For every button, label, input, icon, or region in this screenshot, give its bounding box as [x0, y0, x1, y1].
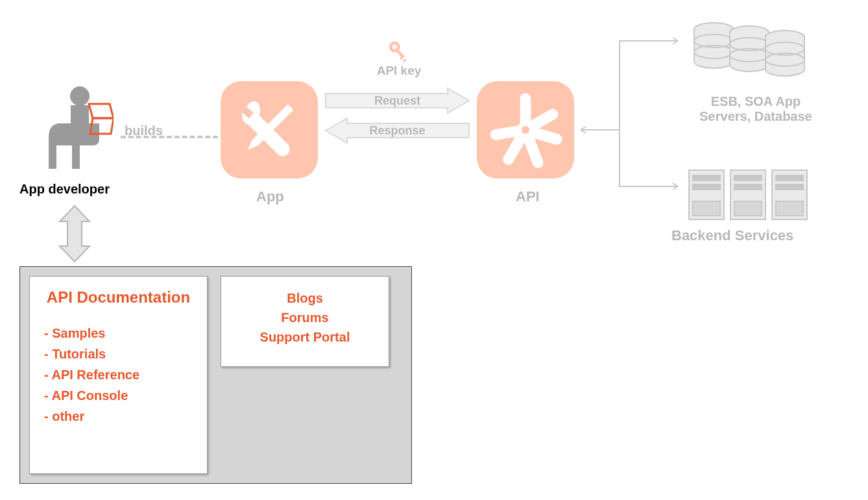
developer-portal: API Documentation - Samples - Tutorials …: [19, 266, 412, 484]
api-key-group: API key: [341, 40, 457, 78]
response-arrow: Response: [324, 117, 470, 144]
backend-connectors: [581, 36, 684, 195]
developer-label: App developer: [19, 182, 110, 197]
svg-point-3: [522, 126, 529, 134]
database-icon: [691, 16, 808, 84]
svg-point-5: [392, 45, 397, 49]
community-card: Blogs Forums Support Portal: [221, 276, 389, 367]
svg-rect-27: [776, 175, 803, 181]
key-icon: [388, 40, 410, 62]
svg-rect-21: [693, 201, 720, 216]
builds-connector: [121, 136, 218, 138]
svg-rect-28: [776, 184, 803, 190]
doc-item: - other: [44, 406, 193, 427]
app-label: App: [256, 188, 284, 205]
backend-upper-label: ESB, SOA App Servers, Database: [694, 94, 817, 124]
doc-title: API Documentation: [44, 288, 193, 307]
doc-item: - API Reference: [44, 364, 193, 385]
svg-rect-24: [734, 184, 762, 190]
request-response-group: Request Response: [324, 84, 470, 147]
svg-rect-8: [403, 58, 407, 62]
api-key-label: API key: [377, 64, 422, 78]
response-label: Response: [369, 124, 425, 138]
svg-rect-25: [734, 201, 762, 216]
request-arrow: Request: [324, 87, 470, 114]
developer-portal-connector: [58, 205, 91, 263]
community-line: Blogs: [235, 288, 374, 308]
community-line: Support Portal: [235, 327, 374, 347]
developer-figure: [42, 84, 114, 178]
svg-rect-23: [734, 175, 762, 181]
svg-rect-29: [776, 201, 803, 216]
api-node: [477, 81, 574, 179]
api-documentation-card: API Documentation - Samples - Tutorials …: [29, 276, 208, 474]
community-line: Forums: [235, 308, 374, 327]
svg-rect-19: [693, 175, 720, 181]
doc-item: - Samples: [44, 323, 193, 344]
svg-rect-20: [693, 184, 720, 190]
request-label: Request: [374, 94, 420, 108]
doc-item: - API Console: [44, 385, 193, 406]
app-node: [221, 81, 318, 179]
api-label: API: [516, 188, 540, 205]
doc-item: - Tutorials: [44, 344, 193, 364]
servers-icon: [688, 169, 811, 227]
doc-list: - Samples - Tutorials - API Reference - …: [44, 323, 193, 427]
backend-title: Backend Services: [671, 227, 793, 244]
svg-point-0: [70, 86, 90, 106]
